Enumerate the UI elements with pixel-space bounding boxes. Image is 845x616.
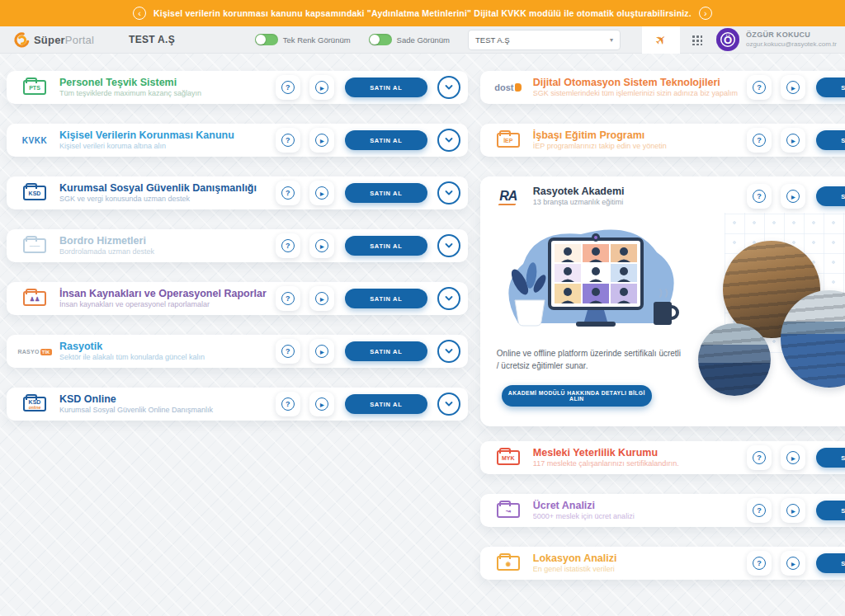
- expand-button[interactable]: [437, 181, 460, 205]
- help-button[interactable]: ?: [276, 128, 300, 153]
- card-subtitle: 5000+ meslek için ücret analizi: [533, 512, 738, 522]
- buy-button[interactable]: SATIN AL: [345, 289, 427, 308]
- buy-button[interactable]: SATIN AL: [816, 448, 845, 468]
- card-bordro-hizmetleri: ╌╌╌ Bordro Hizmetleri Bordrolamada uzman…: [7, 229, 468, 262]
- help-button[interactable]: ?: [747, 128, 772, 153]
- banner-next-button[interactable]: ›: [699, 7, 712, 20]
- help-button[interactable]: ?: [747, 551, 772, 576]
- buy-button[interactable]: SATIN AL: [816, 553, 845, 573]
- akademi-expanded-content: Online ve offline platform üzerinde sert…: [480, 216, 845, 426]
- chevron-down-icon: [444, 346, 454, 356]
- buy-button[interactable]: SATIN AL: [816, 78, 845, 97]
- akademi-info-button[interactable]: AKADEMİ MODÜLÜ HAKKINDA DETAYLI BİLGİ AL…: [502, 385, 652, 407]
- play-video-button[interactable]: ▶: [781, 128, 805, 153]
- toggle-tek-renk-gorunum[interactable]: Tek Renk Görünüm: [255, 34, 351, 45]
- buy-button[interactable]: SATIN AL: [345, 130, 427, 150]
- buy-button[interactable]: SATIN AL: [345, 78, 427, 97]
- question-icon: ?: [753, 451, 766, 464]
- card-subtitle: İEP programlarınızı takip edin ve yöneti…: [533, 142, 738, 152]
- card-ucret-analizi: ↝ Ücret Analizi 5000+ meslek için ücret …: [480, 494, 845, 527]
- expand-button[interactable]: [437, 287, 460, 310]
- company-select-value: TEST A.Ş: [475, 35, 510, 45]
- play-video-button[interactable]: ▶: [309, 339, 334, 364]
- module-icon: ◉: [491, 556, 526, 571]
- help-button[interactable]: ?: [747, 75, 772, 100]
- card-subtitle: 117 meslekte çalışanlarınızı sertifikala…: [533, 459, 738, 469]
- play-icon: ▶: [315, 292, 328, 305]
- question-icon: ?: [753, 134, 766, 147]
- play-video-button[interactable]: ▶: [781, 445, 805, 470]
- card-rasyotek-akademi: RA Rasyotek Akademi 13 branşta uzmanlık …: [480, 176, 845, 426]
- buy-button[interactable]: SATIN AL: [816, 130, 845, 150]
- play-video-button[interactable]: ▶: [309, 75, 334, 100]
- apps-menu-button[interactable]: [680, 26, 713, 54]
- company-name: TEST A.Ş: [129, 34, 175, 45]
- buy-button[interactable]: SATIN AL: [345, 394, 427, 414]
- buy-button[interactable]: SATIN AL: [816, 501, 845, 520]
- user-avatar[interactable]: Ö: [716, 28, 739, 51]
- toggle-knob[interactable]: [256, 35, 266, 45]
- play-video-button[interactable]: ▶: [781, 75, 805, 100]
- card-kurumsal-sosyal-guvenlik-danismanligi: KSD Kurumsal Sosyal Güvenlik Danışmanlığ…: [7, 176, 468, 209]
- play-video-button[interactable]: ▶: [309, 181, 334, 205]
- help-button[interactable]: ?: [276, 286, 300, 311]
- module-icon: ↝: [491, 503, 526, 518]
- user-meta[interactable]: ÖZGÜR KOKUCU ozgur.kokucu@rasyotek.com.t…: [746, 31, 837, 48]
- left-column: PTS Personel Teşvik Sistemi Tüm teşvikle…: [7, 71, 468, 440]
- card-title: İnsan Kaynakları ve Operasyonel Raporlar: [59, 287, 267, 300]
- help-button[interactable]: ?: [276, 181, 300, 205]
- expand-button[interactable]: [437, 340, 460, 363]
- play-video-button[interactable]: ▶: [781, 551, 805, 576]
- play-icon: ▶: [786, 557, 800, 570]
- play-video-button[interactable]: ▶: [309, 392, 334, 416]
- expand-button[interactable]: [437, 76, 460, 99]
- question-icon: ?: [281, 186, 295, 200]
- expand-button[interactable]: [437, 234, 460, 257]
- travel-module-tab[interactable]: ✈: [642, 26, 680, 54]
- toggle-label: Sade Görünüm: [397, 35, 450, 45]
- buy-button[interactable]: SATIN AL: [345, 236, 427, 256]
- buy-button[interactable]: SATIN AL: [345, 341, 427, 361]
- module-icon: RASYOTİK: [17, 349, 52, 355]
- buy-button[interactable]: SATIN AL: [816, 186, 845, 206]
- toggle-sade-gorunum[interactable]: Sade Görünüm: [369, 34, 450, 45]
- help-button[interactable]: ?: [276, 233, 300, 258]
- company-select[interactable]: TEST A.Ş ▾: [468, 30, 621, 50]
- banner-prev-button[interactable]: ‹: [133, 7, 146, 20]
- play-video-button[interactable]: ▶: [781, 184, 805, 209]
- help-button[interactable]: ?: [747, 445, 772, 470]
- card-title: Mesleki Yeterlilik Kurumu: [533, 446, 738, 459]
- card-title: Personel Teşvik Sistemi: [59, 76, 267, 89]
- play-video-button[interactable]: ▶: [309, 286, 334, 311]
- user-name: ÖZGÜR KOKUCU: [746, 31, 837, 40]
- buy-button[interactable]: SATIN AL: [345, 183, 427, 203]
- card-text: Kurumsal Sosyal Güvenlik Danışmanlığı SG…: [52, 181, 267, 205]
- play-video-button[interactable]: ▶: [309, 233, 334, 258]
- toggle-knob[interactable]: [370, 35, 380, 45]
- card-mesleki-yeterlilik-kurumu: MYK Mesleki Yeterlilik Kurumu 117 meslek…: [480, 441, 845, 474]
- question-icon: ?: [281, 81, 295, 94]
- help-button[interactable]: ?: [276, 339, 300, 364]
- card-text: Dijital Otomasyon Sistem Teknolojileri S…: [526, 76, 738, 99]
- toggle-track[interactable]: [255, 34, 278, 45]
- module-icon: İEP: [491, 133, 526, 148]
- banner-text: Kişisel verilerin korunması kanunu kapsa…: [153, 8, 692, 18]
- expand-button[interactable]: [437, 129, 460, 152]
- card-title: Dijital Otomasyon Sistem Teknolojileri: [533, 76, 738, 89]
- toggle-track[interactable]: [369, 34, 392, 45]
- help-button[interactable]: ?: [276, 392, 300, 416]
- help-button[interactable]: ?: [747, 184, 772, 209]
- play-icon: ▶: [786, 451, 800, 464]
- play-video-button[interactable]: ▶: [781, 498, 805, 523]
- card-text: Personel Teşvik Sistemi Tüm teşviklerde …: [52, 76, 267, 99]
- superportal-logo[interactable]: SüperPortal: [12, 31, 94, 49]
- play-video-button[interactable]: ▶: [309, 128, 334, 153]
- module-icon: ♟♟: [17, 291, 52, 306]
- card-subtitle: En genel istatistik verileri: [533, 565, 738, 575]
- announcement-banner: ‹ Kişisel verilerin korunması kanunu kap…: [0, 0, 845, 26]
- expand-button[interactable]: [437, 393, 460, 416]
- card-text: Lokasyon Analizi En genel istatistik ver…: [526, 552, 738, 575]
- help-button[interactable]: ?: [747, 498, 772, 523]
- akademi-description: Online ve offline platform üzerinde sert…: [497, 348, 682, 372]
- help-button[interactable]: ?: [276, 75, 300, 100]
